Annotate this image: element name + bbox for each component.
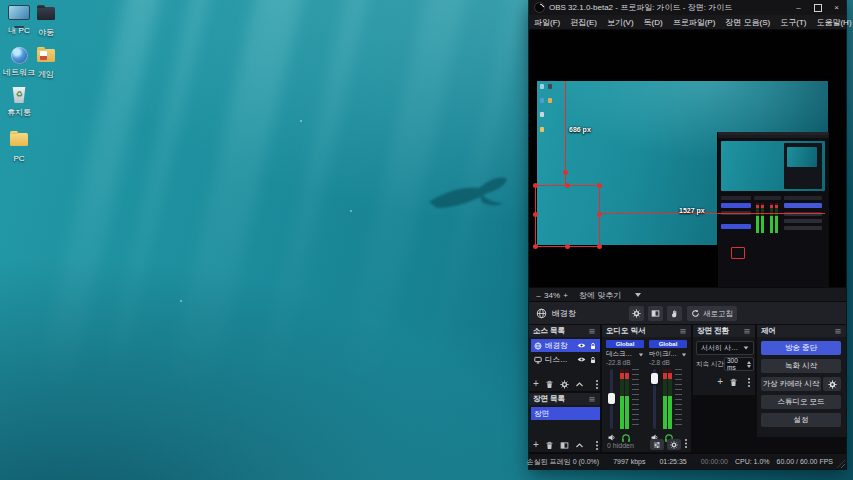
menu-scene-collection[interactable]: 장면 모음(S) bbox=[720, 17, 775, 28]
source-name: 디스플레이 bbox=[545, 355, 574, 365]
lock-icon[interactable] bbox=[589, 356, 597, 364]
scene-item[interactable]: 장면 bbox=[531, 407, 600, 420]
preview-zoom-toolbar: – 34% + 창에 맞추기 bbox=[529, 287, 846, 302]
record-time: 00:00:00 bbox=[701, 458, 728, 465]
panel-menu-icon[interactable] bbox=[743, 327, 751, 335]
more-options-icon[interactable] bbox=[596, 441, 598, 443]
title-bar[interactable]: OBS 32.1.0-beta2 - 프로파일: 가이드 - 장면: 가이드 –… bbox=[529, 0, 846, 15]
meter-scale bbox=[675, 369, 682, 429]
captured-obs-window bbox=[717, 132, 829, 287]
add-source-button[interactable]: + bbox=[533, 379, 539, 389]
captured-icon bbox=[540, 98, 544, 103]
studio-mode-button[interactable]: 스튜디오 모드 bbox=[761, 395, 841, 409]
menu-profile[interactable]: 프로파일(P) bbox=[668, 17, 721, 28]
fit-to-window-label[interactable]: 창에 맞추기 bbox=[579, 290, 621, 301]
volume-slider-handle[interactable] bbox=[608, 393, 615, 404]
maximize-button[interactable] bbox=[808, 0, 827, 15]
menu-docks[interactable]: 독(D) bbox=[639, 17, 668, 28]
remove-scene-button[interactable] bbox=[545, 441, 554, 450]
mixer-channel-name[interactable]: 마이크/Aux bbox=[649, 350, 687, 359]
gear-icon bbox=[828, 380, 837, 389]
source-properties-button[interactable] bbox=[629, 306, 644, 321]
mixer-panel-header[interactable]: 오디오 믹서 bbox=[602, 325, 691, 337]
virtual-camera-config-button[interactable] bbox=[823, 377, 841, 391]
desktop-icon-games[interactable]: 게임 bbox=[24, 46, 68, 79]
source-properties-icon[interactable] bbox=[560, 380, 569, 389]
eye-icon[interactable] bbox=[577, 341, 586, 350]
more-options-icon[interactable] bbox=[685, 439, 687, 441]
source-filters-button[interactable] bbox=[648, 306, 663, 321]
remove-transition-button[interactable] bbox=[729, 378, 738, 387]
desktop-icon-recycle-bin[interactable]: 휴지통 bbox=[0, 86, 41, 117]
panel-menu-icon[interactable] bbox=[679, 327, 687, 335]
zoom-out-button[interactable]: – bbox=[533, 291, 544, 300]
guide-handle[interactable] bbox=[563, 170, 568, 175]
spin-down-icon[interactable] bbox=[747, 365, 751, 368]
resize-handle[interactable] bbox=[597, 244, 602, 249]
captured-icon bbox=[548, 98, 552, 103]
preview-canvas[interactable]: 686 px 1527 px bbox=[529, 30, 846, 287]
transition-select[interactable]: 서서히 사라지기 bbox=[696, 341, 754, 355]
add-transition-button[interactable]: + bbox=[717, 377, 723, 387]
more-options-icon[interactable] bbox=[596, 380, 598, 382]
source-selection-rect[interactable] bbox=[535, 185, 600, 247]
menu-help[interactable]: 도움말(H) bbox=[811, 17, 853, 28]
mixer-channel-name[interactable]: 데스크탑 오디오 bbox=[606, 350, 644, 359]
transitions-panel-title: 장면 전환 bbox=[697, 326, 729, 336]
obs-window: OBS 32.1.0-beta2 - 프로파일: 가이드 - 장면: 가이드 –… bbox=[529, 0, 846, 469]
transitions-panel-header[interactable]: 장면 전환 bbox=[693, 325, 755, 337]
lock-icon[interactable] bbox=[589, 342, 597, 350]
source-toolbar: 배경창 새로고침 bbox=[529, 301, 846, 325]
speaker-icon[interactable] bbox=[607, 433, 616, 442]
resize-handle[interactable] bbox=[533, 244, 538, 249]
selected-source-name: 배경창 bbox=[552, 308, 576, 319]
menu-view[interactable]: 보기(V) bbox=[602, 17, 639, 28]
stop-streaming-button[interactable]: 방송 중단 bbox=[761, 341, 841, 355]
chevron-down-icon[interactable] bbox=[635, 293, 641, 297]
zoom-in-button[interactable]: + bbox=[560, 291, 571, 300]
resize-handle[interactable] bbox=[597, 183, 602, 188]
volume-slider-handle[interactable] bbox=[651, 373, 658, 384]
close-button[interactable]: × bbox=[827, 0, 846, 15]
sources-panel-header[interactable]: 소스 목록 bbox=[529, 325, 600, 337]
scene-filters-icon[interactable] bbox=[560, 441, 569, 450]
horizontal-guide-line[interactable] bbox=[599, 213, 825, 214]
menu-edit[interactable]: 편집(E) bbox=[565, 17, 602, 28]
add-scene-button[interactable]: + bbox=[533, 440, 539, 450]
refresh-button[interactable]: 새로고침 bbox=[687, 306, 737, 321]
panel-menu-icon[interactable] bbox=[834, 327, 842, 335]
stream-time: 01:25:35 bbox=[659, 458, 686, 465]
menu-tools[interactable]: 도구(T) bbox=[775, 17, 811, 28]
advanced-audio-button[interactable] bbox=[667, 439, 681, 450]
panel-menu-icon[interactable] bbox=[588, 395, 596, 403]
more-options-icon[interactable] bbox=[748, 378, 750, 380]
minimize-button[interactable]: – bbox=[789, 0, 808, 15]
recycle-bin-icon bbox=[12, 87, 27, 103]
duration-spinbox[interactable]: 300 ms bbox=[724, 357, 754, 371]
panel-menu-icon[interactable] bbox=[588, 327, 596, 335]
source-item-display[interactable]: 디스플레이 bbox=[531, 353, 600, 366]
controls-panel-header[interactable]: 제어 bbox=[757, 325, 846, 337]
resize-handle[interactable] bbox=[565, 183, 570, 188]
resize-handle[interactable] bbox=[533, 183, 538, 188]
resize-handle[interactable] bbox=[533, 212, 538, 217]
resize-handle[interactable] bbox=[565, 244, 570, 249]
settings-button[interactable]: 설정 bbox=[761, 413, 841, 427]
eye-icon[interactable] bbox=[577, 355, 586, 364]
interact-button[interactable] bbox=[667, 306, 682, 321]
scenes-panel-header[interactable]: 장면 목록 bbox=[529, 393, 600, 405]
desktop-icon-label: 야동 bbox=[24, 28, 68, 37]
desktop-icon-pc-folder[interactable]: PC bbox=[0, 130, 41, 163]
obs-logo-icon bbox=[534, 2, 545, 13]
menu-file[interactable]: 파일(F) bbox=[529, 17, 565, 28]
remove-source-button[interactable] bbox=[545, 380, 554, 389]
source-item-bg-window[interactable]: 배경창 bbox=[531, 339, 600, 352]
desktop-icon-folder-1[interactable]: 야동 bbox=[24, 4, 68, 37]
mixer-config-button[interactable] bbox=[650, 439, 664, 450]
move-up-icon[interactable] bbox=[575, 380, 584, 389]
move-up-icon[interactable] bbox=[575, 441, 584, 450]
spin-up-icon[interactable] bbox=[747, 361, 751, 364]
start-recording-button[interactable]: 녹화 시작 bbox=[761, 359, 841, 373]
start-virtual-camera-button[interactable]: 가상 카메라 시작 bbox=[761, 377, 821, 391]
scenes-toolbar: + bbox=[533, 440, 598, 450]
